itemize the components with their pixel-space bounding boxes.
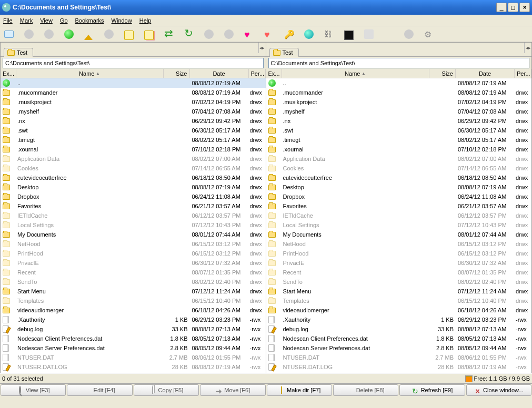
col-name[interactable]: Name ▲ — [16, 69, 164, 78]
pane-tab[interactable]: Test — [269, 48, 299, 57]
menu-help[interactable]: Help — [139, 17, 152, 24]
home-icon[interactable] — [84, 29, 94, 39]
terminal-icon[interactable] — [344, 30, 354, 40]
list-item[interactable]: Favorites06/21/12 03:57 AMdrwx — [266, 201, 532, 211]
fkey-close[interactable]: ×Close window... — [466, 384, 531, 396]
list-item[interactable]: NTUSER.DAT.LOG28 KB08/08/12 07:19 AM-rwx — [1, 362, 266, 372]
list-item[interactable]: Templates06/15/12 10:40 PMdrwx — [1, 296, 266, 305]
list-item[interactable]: cutevideocutterfree06/18/12 08:50 AMdrwx — [266, 173, 532, 182]
list-item[interactable]: .musikproject07/02/12 04:19 PMdrwx — [266, 97, 532, 107]
list-item[interactable]: debug.log33 KB08/08/12 07:13 AM-rwx — [266, 324, 532, 334]
list-item[interactable]: .timegt08/02/12 05:17 AMdrwx — [266, 135, 532, 145]
list-item[interactable]: ↑..08/08/12 07:19 AM — [1, 78, 266, 88]
list-item[interactable]: Application Data08/02/12 07:00 AMdrwx — [1, 154, 266, 164]
heart-icon[interactable]: ♥ — [264, 29, 274, 39]
list-item[interactable]: Application Data08/02/12 07:00 AMdrwx — [266, 154, 532, 164]
list-item[interactable]: PrintHood06/15/12 03:12 PMdrwx — [1, 249, 266, 258]
list-item[interactable]: My Documents08/01/12 07:44 AMdrwx — [1, 230, 266, 239]
list-item[interactable]: Nodescan Server Preferences.dat2.8 KB08/… — [1, 343, 266, 353]
list-item[interactable]: ntuser.ini1 KB07/24/12 04:38 PM-rwx — [1, 372, 266, 373]
list-item[interactable]: Templates06/15/12 10:40 PMdrwx — [266, 296, 532, 305]
gear-icon[interactable]: ⚙ — [424, 29, 434, 39]
heart-pink-icon[interactable]: ♥ — [244, 29, 254, 39]
list-item[interactable]: Desktop08/08/12 07:19 AMdrwx — [266, 182, 532, 192]
list-item[interactable]: Start Menu07/12/12 11:24 AMdrwx — [266, 287, 532, 296]
list-item[interactable]: .nx06/29/12 09:42 PMdrwx — [1, 116, 266, 126]
list-item[interactable]: videoaudiomerger06/18/12 04:26 AMdrwx — [266, 305, 532, 315]
list-item[interactable]: IETldCache06/12/12 03:57 PMdrwx — [1, 211, 266, 220]
list-item[interactable]: NTUSER.DAT.LOG28 KB08/08/12 07:19 AM-rwx — [266, 362, 532, 372]
list-item[interactable]: PrivacIE06/30/12 07:32 AMdrwx — [266, 258, 532, 268]
tab-scroll-icon[interactable]: ◂▸ — [524, 43, 531, 53]
col-name[interactable]: Name ▲ — [282, 69, 430, 78]
col-date[interactable]: Date — [190, 69, 249, 78]
parent-dir-icon[interactable] — [64, 29, 74, 39]
list-item[interactable]: NetHood06/15/12 03:12 PMdrwx — [266, 239, 532, 249]
key-icon[interactable]: 🔑 — [284, 29, 294, 39]
tab-scroll-icon[interactable]: ◂▸ — [258, 43, 266, 53]
list-item[interactable]: PrivacIE06/30/12 07:32 AMdrwx — [1, 258, 266, 268]
fkey-del[interactable]: Delete [F8] — [333, 384, 398, 396]
list-item[interactable]: PrintHood06/15/12 03:12 PMdrwx — [266, 249, 532, 258]
sync-icon[interactable]: ↻ — [184, 29, 194, 39]
maximize-button[interactable]: □ — [508, 3, 518, 12]
list-item[interactable]: Local Settings07/12/12 10:43 PMdrwx — [1, 220, 266, 230]
list-item[interactable]: Nodescan Client Preferences.dat1.8 KB08/… — [266, 334, 532, 343]
list-item[interactable]: .xournal07/10/12 02:18 PMdrwx — [1, 145, 266, 154]
list-item[interactable]: .swt06/30/12 05:17 AMdrwx — [266, 126, 532, 135]
list-item[interactable]: IETldCache06/12/12 03:57 PMdrwx — [266, 211, 532, 220]
menu-mark[interactable]: Mark — [20, 17, 33, 24]
list-item[interactable]: videoaudiomerger06/18/12 04:26 AMdrwx — [1, 305, 266, 315]
fkey-mkdir[interactable]: Make dir [F7] — [267, 384, 332, 396]
list-item[interactable]: ntuser.ini1 KB07/24/12 04:38 PM-rwx — [266, 372, 532, 373]
file-list[interactable]: ↑..08/08/12 07:19 AM.mucommander08/08/12… — [266, 78, 532, 373]
fkey-mag[interactable]: View [F3] — [1, 384, 66, 396]
list-item[interactable]: cutevideocutterfree06/18/12 08:50 AMdrwx — [1, 173, 266, 182]
list-item[interactable]: Nodescan Client Preferences.dat1.8 KB08/… — [1, 334, 266, 343]
list-item[interactable]: NTUSER.DAT2.7 MB08/06/12 01:55 PM-rwx — [1, 353, 266, 362]
list-item[interactable]: Cookies07/14/12 06:55 AMdrwx — [1, 164, 266, 173]
list-item[interactable]: SendTo08/02/12 02:40 PMdrwx — [266, 277, 532, 287]
list-item[interactable]: My Documents08/01/12 07:44 AMdrwx — [266, 230, 532, 239]
menu-go[interactable]: Go — [60, 17, 68, 24]
list-item[interactable]: debug.log33 KB08/08/12 07:13 AM-rwx — [1, 324, 266, 334]
col-perm[interactable]: Per... — [249, 69, 266, 78]
folder-action-icon[interactable] — [144, 30, 154, 40]
list-item[interactable]: .swt06/30/12 05:17 AMdrwx — [1, 126, 266, 135]
list-item[interactable]: .timegt08/02/12 05:17 AMdrwx — [1, 135, 266, 145]
fkey-move[interactable]: ➜Move [F6] — [200, 384, 265, 396]
file-list[interactable]: ↑..08/08/12 07:19 AM.mucommander08/08/12… — [1, 78, 266, 373]
new-folder-icon[interactable] — [124, 30, 134, 40]
list-item[interactable]: SendTo08/02/12 02:40 PMdrwx — [1, 277, 266, 287]
list-item[interactable]: NTUSER.DAT2.7 MB08/06/12 01:55 PM-rwx — [266, 353, 532, 362]
list-item[interactable]: Nodescan Server Preferences.dat2.8 KB08/… — [266, 343, 532, 353]
col-ext[interactable]: Ex... — [266, 69, 282, 78]
list-item[interactable]: NetHood06/15/12 03:12 PMdrwx — [1, 239, 266, 249]
list-item[interactable]: Favorites06/21/12 03:57 AMdrwx — [1, 201, 266, 211]
list-item[interactable]: Cookies07/14/12 06:55 AMdrwx — [266, 164, 532, 173]
col-size[interactable]: Size — [164, 69, 190, 78]
list-item[interactable]: Dropbox06/24/12 11:08 AMdrwx — [1, 192, 266, 201]
list-item[interactable]: .mucommander08/08/12 07:19 AMdrwx — [266, 88, 532, 97]
col-size[interactable]: Size — [429, 69, 456, 78]
list-item[interactable]: .Xauthority1 KB06/29/12 03:23 PM-rwx — [266, 315, 532, 324]
list-item[interactable]: .xournal07/10/12 02:18 PMdrwx — [266, 145, 532, 154]
swap-icon[interactable]: ⇄ — [164, 29, 174, 39]
col-perm[interactable]: Per... — [515, 69, 531, 78]
col-ext[interactable]: Ex... — [1, 69, 16, 78]
menu-file[interactable]: File — [3, 17, 13, 24]
list-item[interactable]: .nx06/29/12 09:42 PMdrwx — [266, 116, 532, 126]
fkey-copy[interactable]: Copy [F5] — [134, 384, 199, 396]
menu-bookmarks[interactable]: Bookmarks — [75, 17, 104, 24]
pane-tab[interactable]: Test — [4, 48, 33, 57]
list-item[interactable]: .mucommander08/08/12 07:19 AMdrwx — [1, 88, 266, 97]
close-button[interactable]: × — [519, 3, 530, 12]
list-item[interactable]: .musikproject07/02/12 04:19 PMdrwx — [1, 97, 266, 107]
list-item[interactable]: Recent08/07/12 01:35 PMdrwx — [1, 268, 266, 277]
list-item[interactable]: Desktop08/08/12 07:19 AMdrwx — [1, 182, 266, 192]
list-item[interactable]: Recent08/07/12 01:35 PMdrwx — [266, 268, 532, 277]
list-item[interactable]: .Xauthority1 KB06/29/12 03:23 PM-rwx — [1, 315, 266, 324]
menu-view[interactable]: View — [40, 17, 53, 24]
path-input[interactable]: C:\Documents and Settings\Test\ — [3, 58, 264, 68]
list-item[interactable]: .myshelf07/04/12 07:08 AMdrwx — [266, 107, 532, 116]
